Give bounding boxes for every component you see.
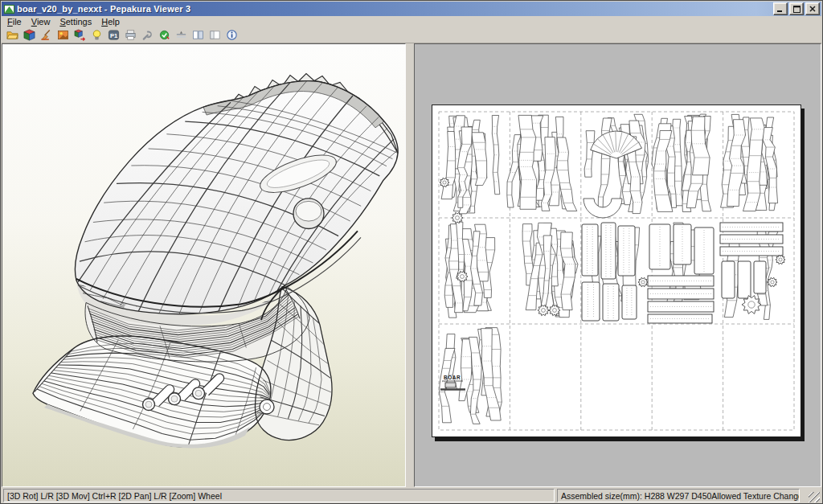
- show-3d-model-button[interactable]: [21, 27, 37, 43]
- scale-button[interactable]: [173, 27, 189, 43]
- menu-help[interactable]: Help: [96, 17, 125, 27]
- print-button[interactable]: [122, 27, 138, 43]
- svg-text:BOAR: BOAR: [444, 375, 461, 380]
- title-bar[interactable]: boar_v20_by_nexxt - Pepakura Viewer 3: [2, 2, 821, 16]
- unfold-cube-icon: [74, 29, 86, 41]
- unfolded-pattern: BOAR: [432, 105, 800, 436]
- cube-3d-icon: [23, 29, 35, 41]
- light-bulb-icon: [91, 29, 103, 41]
- window-title: boar_v20_by_nexxt - Pepakura Viewer 3: [17, 4, 773, 14]
- toolbar: P1: [2, 27, 821, 43]
- show-texture-button[interactable]: [55, 27, 71, 43]
- texture-image-icon: [57, 29, 69, 41]
- broom-icon: [40, 29, 52, 41]
- svg-text:P1: P1: [109, 32, 117, 39]
- info-icon: [226, 29, 238, 41]
- status-model-info: Assembled size(mm): H288 W297 D450Allowe…: [557, 489, 800, 502]
- single-layout-icon: [209, 29, 221, 41]
- status-mouse-hints: [3D Rot] L/R [3D Mov] Ctrl+R [2D Pan] L/…: [3, 489, 555, 502]
- status-bar: [3D Rot] L/R [3D Mov] Ctrl+R [2D Pan] L/…: [2, 487, 821, 502]
- main-area: BOAR: [2, 43, 821, 487]
- unfold-model-button[interactable]: [72, 27, 88, 43]
- settings-button[interactable]: [139, 27, 155, 43]
- menu-file[interactable]: File: [2, 17, 27, 27]
- texture-change-button[interactable]: [156, 27, 172, 43]
- green-check-icon: [158, 29, 170, 41]
- texture-change-text: Allowed Texture Change: [711, 491, 800, 501]
- layout-2d-button[interactable]: [207, 27, 223, 43]
- app-icon: [4, 4, 14, 14]
- 2d-viewport[interactable]: BOAR: [414, 43, 821, 487]
- printer-icon: [125, 29, 137, 41]
- about-button[interactable]: [223, 27, 240, 43]
- split-layout-icon: [192, 29, 204, 41]
- menu-settings[interactable]: Settings: [55, 17, 96, 27]
- menu-view[interactable]: View: [27, 17, 55, 27]
- menu-bar: File View Settings Help: [2, 16, 821, 27]
- toggle-light-button[interactable]: [88, 27, 104, 43]
- scale-icon: [175, 29, 187, 41]
- page-number-button[interactable]: P1: [105, 27, 121, 43]
- open-file-button[interactable]: [4, 27, 20, 43]
- clean-view-button[interactable]: [38, 27, 54, 43]
- minimize-button[interactable]: [773, 2, 788, 15]
- maximize-button[interactable]: [789, 2, 804, 15]
- app-window: boar_v20_by_nexxt - Pepakura Viewer 3 Fi…: [0, 0, 823, 504]
- resize-grip[interactable]: [809, 492, 820, 502]
- close-button[interactable]: [805, 2, 820, 15]
- 3d-model-wireframe: [2, 44, 405, 486]
- assembled-size-text: Assembled size(mm): H288 W297 D450: [561, 491, 711, 501]
- page-number-icon: P1: [108, 29, 120, 41]
- 3d-viewport[interactable]: [2, 43, 406, 487]
- wrench-icon: [141, 29, 154, 41]
- pattern-page[interactable]: BOAR: [432, 104, 801, 437]
- layout-3d-2d-button[interactable]: [190, 27, 206, 43]
- open-folder-icon: [6, 29, 18, 41]
